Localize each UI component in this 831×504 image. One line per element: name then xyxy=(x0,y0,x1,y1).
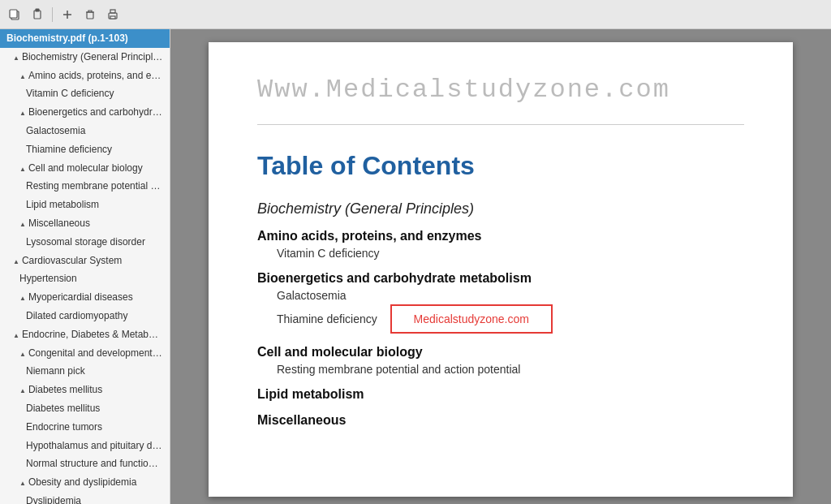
toc-item-vitamin-c: Vitamin C deficiency xyxy=(257,247,744,260)
sidebar-item-dilated-cardiomyopathy[interactable]: Dilated cardiomyopathy xyxy=(0,307,170,325)
sidebar-item-diabetes-mellitus[interactable]: ▲Diabetes mellitus xyxy=(0,381,170,399)
sidebar-item-niemann[interactable]: Niemann pick xyxy=(0,362,170,381)
print-icon[interactable] xyxy=(105,6,121,23)
add-icon[interactable] xyxy=(59,6,75,23)
sidebar-item-hypertension[interactable]: Hypertension xyxy=(0,269,170,288)
sidebar-item-thiamine[interactable]: Thiamine deficiency xyxy=(0,140,170,159)
sidebar-item-amino-acids[interactable]: ▲Amino acids, proteins, and enzymes xyxy=(0,67,170,85)
sidebar-item-dyslipidemia[interactable]: Dyslipidemia xyxy=(0,492,170,504)
copy-icon[interactable] xyxy=(6,6,23,23)
sidebar-item-biochemistry-general[interactable]: ▲Biochemistry (General Principles) xyxy=(0,48,170,67)
delete-icon[interactable] xyxy=(82,6,98,23)
toc-section-biochemistry: Biochemistry (General Principles) xyxy=(257,200,744,218)
sidebar-item-endocrine-tumors[interactable]: Endocrine tumors xyxy=(0,418,170,437)
paste-icon[interactable] xyxy=(29,6,45,23)
toolbar xyxy=(0,0,831,29)
sidebar-item-miscellaneous[interactable]: ▲Miscellaneous xyxy=(0,214,170,233)
ad-box: Medicalstudyzone.com xyxy=(390,304,553,334)
sidebar-item-bioenergetics[interactable]: ▲Bioenergetics and carbohydrate metaboli… xyxy=(0,103,170,122)
svg-rect-8 xyxy=(110,10,115,13)
toc-title: Table of Contents xyxy=(257,151,744,181)
sidebar-item-obesity[interactable]: ▲Obesity and dyslipidemia xyxy=(0,473,170,492)
svg-rect-9 xyxy=(110,16,115,19)
toc-subsection-amino-acids: Amino acids, proteins, and enzymes xyxy=(257,229,744,243)
sidebar-item-cardiovascular[interactable]: ▲Cardiovascular System xyxy=(0,252,170,270)
sidebar-item-resting-membrane[interactable]: Resting membrane potential and action p.… xyxy=(0,177,170,196)
sidebar-item-endocrine[interactable]: ▲Endocrine, Diabetes & Metabolism xyxy=(0,325,170,344)
toc-subsection-cell-biology: Cell and molecular biology xyxy=(257,345,744,360)
sidebar: Biochemistry.pdf (p.1-103) ▲Biochemistry… xyxy=(0,29,170,504)
sidebar-item-vitamin-c[interactable]: Vitamin C deficiency xyxy=(0,84,170,103)
sidebar-item-normal-structure[interactable]: Normal structure and function of endocri… xyxy=(0,454,170,473)
sidebar-item-root[interactable]: Biochemistry.pdf (p.1-103) xyxy=(0,29,170,48)
sidebar-item-hypothalamus[interactable]: Hypothalamus and pituitary disorders xyxy=(0,437,170,455)
watermark-text: Www.Medicalstudyzone.com xyxy=(257,75,744,105)
toc-item-thiamine-text: Thiamine deficiency xyxy=(277,312,377,325)
svg-rect-3 xyxy=(36,9,39,11)
toc-item-resting-membrane: Resting membrane potential and action po… xyxy=(257,363,744,376)
sidebar-item-galactosemia[interactable]: Galactosemia xyxy=(0,122,170,140)
toc-subsection-lipid: Lipid metabolism xyxy=(257,387,744,402)
ad-text: Medicalstudyzone.com xyxy=(414,312,529,325)
svg-rect-1 xyxy=(10,10,17,18)
toolbar-divider xyxy=(52,7,53,22)
sidebar-item-diabetes-mellitus-item[interactable]: Diabetes mellitus xyxy=(0,399,170,418)
sidebar-item-myopericardial[interactable]: ▲Myopericardial diseases xyxy=(0,288,170,307)
sidebar-item-cell-biology[interactable]: ▲Cell and molecular biology xyxy=(0,159,170,178)
toc-item-thiamine-row: Thiamine deficiency Medicalstudyzone.com xyxy=(257,304,744,334)
toc-subsection-bioenergetics: Bioenergetics and carbohydrate metabolis… xyxy=(257,271,744,286)
toc-item-galactosemia: Galactosemia xyxy=(257,289,744,302)
page-divider xyxy=(257,124,744,125)
pdf-viewer: Www.Medicalstudyzone.com Table of Conten… xyxy=(170,29,831,504)
toc-subsection-miscellaneous: Miscellaneous xyxy=(257,413,744,428)
main-container: Biochemistry.pdf (p.1-103) ▲Biochemistry… xyxy=(0,29,831,504)
pdf-page: Www.Medicalstudyzone.com Table of Conten… xyxy=(209,42,793,497)
svg-rect-6 xyxy=(87,12,93,19)
sidebar-item-lipid[interactable]: Lipid metabolism xyxy=(0,196,170,214)
sidebar-item-congenital[interactable]: ▲Congenital and developmental anomalies xyxy=(0,344,170,363)
sidebar-item-lysosomal[interactable]: Lysosomal storage disorder xyxy=(0,233,170,252)
